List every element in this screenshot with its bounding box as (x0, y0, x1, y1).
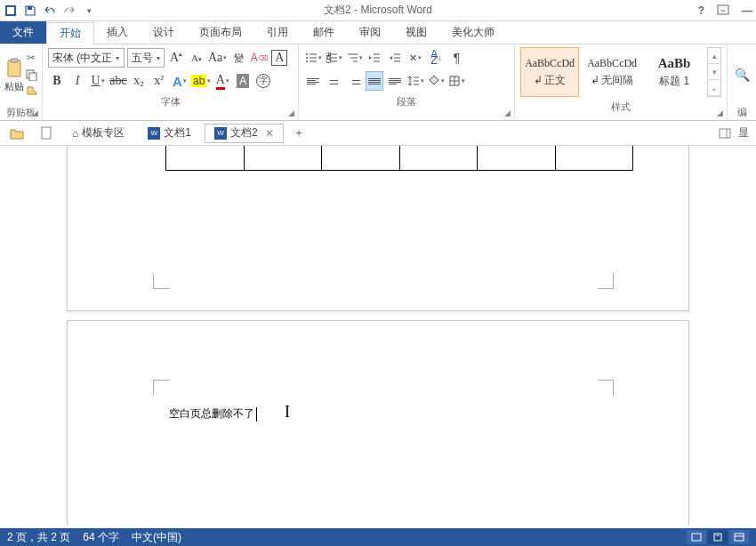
superscript-button[interactable]: x2 (150, 71, 168, 91)
phonetic-guide-icon[interactable]: 變 (229, 48, 247, 68)
find-icon[interactable]: 🔍 (735, 68, 750, 82)
change-case-icon[interactable]: Aa▾ (208, 48, 227, 68)
paragraph-launcher-icon[interactable]: ◢ (502, 108, 512, 118)
align-distribute-icon[interactable] (386, 71, 404, 91)
paste-button[interactable]: 粘贴 (4, 46, 24, 103)
cut-icon[interactable]: ✂ (24, 51, 38, 65)
copy-icon[interactable] (24, 68, 38, 82)
sort-icon[interactable]: AZ↓ (427, 48, 445, 68)
close-tab-icon[interactable]: ✕ (265, 127, 274, 140)
minimize-icon[interactable]: — (742, 4, 752, 17)
tab-design[interactable]: 设计 (141, 21, 187, 44)
tab-review[interactable]: 审阅 (347, 21, 393, 44)
font-color-icon[interactable]: A▾ (213, 71, 231, 91)
clear-formatting-icon[interactable]: A⌫ (250, 48, 268, 68)
font-size-combo[interactable]: 五号▾ (127, 48, 165, 68)
group-font-label: 字体 (46, 92, 294, 109)
grow-font-icon[interactable]: A▴ (167, 48, 185, 68)
align-center-icon[interactable] (325, 71, 342, 91)
subscript-button[interactable]: x2 (130, 71, 148, 91)
underline-button[interactable]: U▾ (89, 71, 107, 91)
view-read-icon[interactable] (687, 530, 706, 544)
numbering-icon[interactable]: 123▾ (325, 48, 342, 68)
strikethrough-button[interactable]: abc (109, 71, 127, 91)
word-doc-icon: W (148, 127, 160, 140)
group-styles-label: 样式 (519, 98, 723, 115)
align-justify-icon[interactable] (366, 71, 383, 91)
show-panel-icon[interactable] (719, 128, 731, 139)
multilevel-list-icon[interactable]: ▾ (345, 48, 363, 68)
decrease-indent-icon[interactable] (366, 48, 383, 68)
tab-home[interactable]: 开始 (46, 22, 94, 44)
ribbon-display-icon[interactable] (717, 4, 729, 17)
status-bar: 2 页，共 2 页 64 个字 中文(中国) (0, 528, 756, 546)
borders-icon[interactable]: ▾ (447, 71, 465, 91)
tab-insert[interactable]: 插入 (94, 21, 141, 44)
character-border-icon[interactable]: A (270, 48, 288, 68)
bold-button[interactable]: B (48, 71, 66, 91)
svg-rect-3 (718, 5, 728, 14)
tab-mailings[interactable]: 邮件 (301, 21, 347, 44)
tab-references[interactable]: 引用 (254, 21, 301, 44)
undo-icon[interactable] (43, 4, 57, 18)
clipboard-launcher-icon[interactable]: ◢ (29, 108, 40, 118)
document-body-text[interactable]: 空白页总删除不了 (169, 406, 257, 422)
redo-icon[interactable] (62, 4, 76, 18)
crop-mark-icon (598, 380, 614, 396)
tab-templates[interactable]: ⌂模板专区 (62, 124, 134, 143)
highlight-icon[interactable]: ab▾ (191, 71, 211, 91)
ribbon-tabs: 文件 开始 插入 设计 页面布局 引用 邮件 审阅 视图 美化大师 (0, 21, 756, 44)
shrink-font-icon[interactable]: A▾ (188, 48, 205, 68)
status-word-count[interactable]: 64 个字 (83, 530, 119, 545)
status-language[interactable]: 中文(中国) (132, 530, 181, 545)
svg-point-12 (306, 60, 308, 62)
svg-rect-41 (735, 534, 744, 541)
svg-rect-1 (7, 7, 14, 14)
tab-layout[interactable]: 页面布局 (187, 21, 254, 44)
text-effects-icon[interactable]: A▾ (171, 71, 189, 91)
new-tab-icon[interactable]: ＋ (287, 124, 310, 143)
table-row[interactable] (165, 146, 633, 171)
svg-rect-5 (11, 59, 18, 62)
tab-beautify[interactable]: 美化大师 (439, 21, 507, 44)
enclose-characters-icon[interactable]: 字 (254, 71, 272, 91)
status-page[interactable]: 2 页，共 2 页 (7, 530, 70, 545)
svg-rect-4 (8, 60, 20, 76)
document-area[interactable]: 空白页总删除不了 I (0, 146, 756, 525)
increase-indent-icon[interactable] (386, 48, 404, 68)
align-right-icon[interactable] (345, 71, 363, 91)
svg-rect-2 (28, 6, 32, 10)
styles-launcher-icon[interactable]: ◢ (714, 108, 725, 118)
asian-layout-icon[interactable]: ✕▾ (406, 48, 424, 68)
view-print-icon[interactable] (708, 530, 728, 544)
styles-scroll[interactable]: ▴▾⌄ (707, 47, 721, 97)
style-no-spacing[interactable]: AaBbCcDd ↲无间隔 (583, 47, 641, 97)
style-heading1[interactable]: AaBb 标题 1 (645, 47, 704, 97)
tab-doc2[interactable]: W文档2✕ (205, 124, 284, 143)
ibeam-cursor-icon: I (285, 403, 290, 422)
group-editing: 🔍 编 (728, 44, 756, 120)
tab-file[interactable]: 文件 (0, 21, 46, 44)
italic-button[interactable]: I (68, 71, 86, 91)
shading-icon[interactable]: ▾ (427, 71, 445, 91)
style-normal[interactable]: AaBbCcDd ↲正文 (520, 47, 579, 97)
ribbon: 粘贴 ✂ 剪贴板 ◢ 宋体 (中文正▾ 五号▾ A▴ A▾ Aa▾ 變 A⌫ A… (0, 44, 756, 121)
help-icon[interactable]: ? (698, 4, 704, 17)
save-icon[interactable] (23, 4, 37, 18)
new-doc-icon[interactable] (34, 124, 59, 143)
svg-rect-39 (714, 534, 721, 541)
line-spacing-icon[interactable]: ▾ (406, 71, 424, 91)
character-shading-icon[interactable]: A (234, 71, 252, 91)
view-web-icon[interactable] (729, 530, 749, 544)
font-name-combo[interactable]: 宋体 (中文正▾ (48, 48, 125, 68)
show-panel-label[interactable]: 显 (738, 125, 749, 141)
show-marks-icon[interactable]: ¶ (447, 48, 465, 68)
tab-doc1[interactable]: W文档1 (138, 124, 201, 143)
qat-more-icon[interactable]: ▾ (82, 4, 96, 18)
bullets-icon[interactable]: ▾ (304, 48, 322, 68)
open-folder-icon[interactable] (4, 124, 30, 143)
tab-view[interactable]: 视图 (393, 21, 439, 44)
font-launcher-icon[interactable]: ◢ (286, 108, 296, 118)
format-painter-icon[interactable] (24, 84, 38, 99)
align-left-icon[interactable] (304, 71, 322, 91)
